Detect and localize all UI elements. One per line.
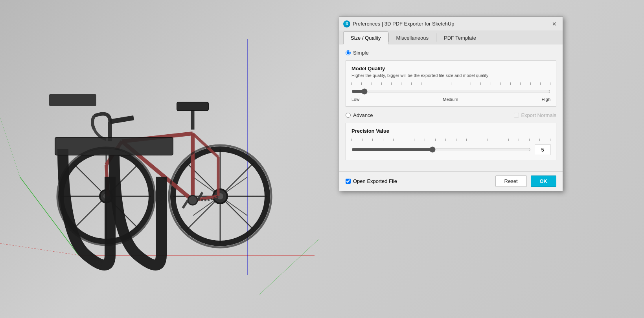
- ok-button[interactable]: OK: [531, 175, 557, 187]
- advance-radio[interactable]: [346, 113, 351, 118]
- advance-radio-option[interactable]: Advance: [346, 112, 373, 118]
- simple-radio[interactable]: [346, 50, 351, 55]
- precision-slider[interactable]: [351, 146, 531, 153]
- model-quality-title: Model Quality: [351, 66, 550, 71]
- dialog-titlebar: 3 Preferences | 3D PDF Exporter for Sket…: [339, 17, 563, 31]
- precision-value-input[interactable]: [535, 144, 550, 155]
- open-exported-file-label[interactable]: Open Exported File: [353, 178, 397, 184]
- reset-button[interactable]: Reset: [495, 175, 527, 187]
- footer-left: Open Exported File: [346, 178, 397, 184]
- quality-slider-labels: Low Medium High: [351, 97, 550, 102]
- precision-slider-ticks: [351, 139, 550, 143]
- simple-label: Simple: [353, 50, 369, 56]
- footer-buttons: Reset OK: [495, 175, 556, 187]
- simple-radio-group: Simple: [346, 50, 556, 56]
- label-low: Low: [351, 97, 359, 102]
- titlebar-left: 3 Preferences | 3D PDF Exporter for Sket…: [343, 20, 454, 27]
- tab-miscellaneous[interactable]: Miscellaneous: [389, 31, 436, 44]
- quality-slider[interactable]: [351, 88, 550, 95]
- model-quality-section: Model Quality Higher the quality, bigger…: [346, 60, 556, 107]
- dialog-title: Preferences | 3D PDF Exporter for Sketch…: [353, 21, 454, 27]
- app-icon: 3: [343, 20, 350, 27]
- export-normals-label: Export Normals: [514, 112, 556, 118]
- quality-slider-ticks: [351, 82, 550, 87]
- export-normals-checkbox: [514, 113, 519, 118]
- simple-radio-option[interactable]: Simple: [346, 50, 556, 56]
- dialog-footer: Open Exported File Reset OK: [339, 171, 563, 191]
- tab-size-quality[interactable]: Size / Quality: [343, 31, 388, 44]
- precision-slider-row: [351, 144, 550, 155]
- close-button[interactable]: ✕: [550, 20, 559, 28]
- precision-title: Precision Value: [351, 128, 550, 134]
- dialog-content: Simple Model Quality Higher the quality,…: [339, 44, 563, 171]
- model-quality-desc: Higher the quality, bigger will be the e…: [351, 73, 550, 78]
- advance-row: Advance Export Normals: [346, 112, 556, 118]
- label-medium: Medium: [443, 97, 458, 102]
- tab-bar: Size / Quality Miscellaneous PDF Templat…: [339, 31, 563, 44]
- precision-section: Precision Value: [346, 123, 556, 160]
- label-high: High: [541, 97, 550, 102]
- preferences-dialog: 3 Preferences | 3D PDF Exporter for Sket…: [339, 16, 563, 191]
- open-exported-file-checkbox[interactable]: [346, 179, 351, 184]
- advance-label: Advance: [353, 112, 373, 118]
- tab-pdf-template[interactable]: PDF Template: [436, 31, 484, 44]
